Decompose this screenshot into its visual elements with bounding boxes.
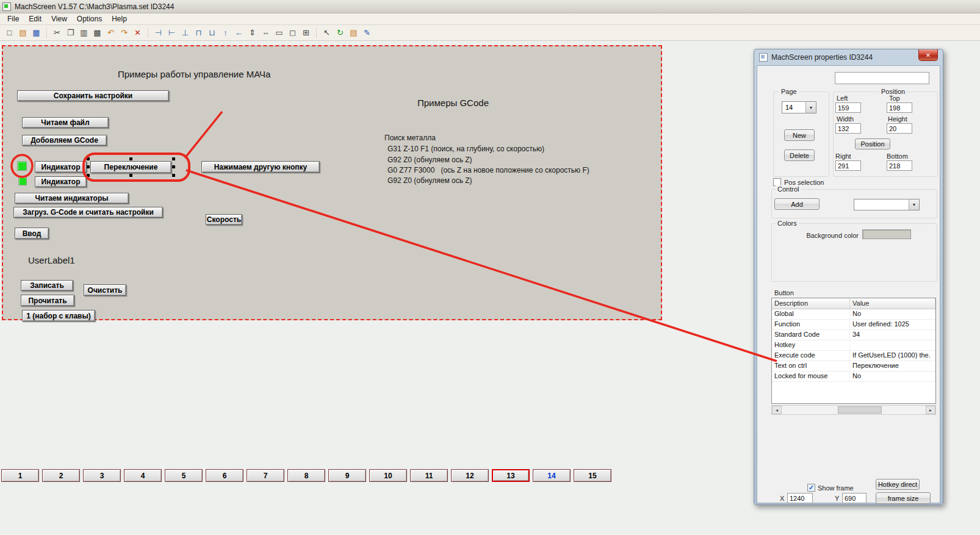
cursor-icon[interactable]: ↖	[320, 27, 333, 39]
width-field[interactable]	[835, 123, 861, 134]
background-color-swatch[interactable]	[862, 229, 911, 239]
hotkey-direct-button[interactable]: Hotkey direct	[876, 479, 920, 490]
page-select[interactable]: 14 ▼	[782, 101, 816, 113]
grid-row-locked-for-mouse[interactable]: Locked for mouse No	[772, 372, 935, 382]
delete-icon[interactable]: ✕	[131, 27, 144, 39]
dashed-frame-icon[interactable]: ◻	[286, 27, 299, 39]
page-button-2[interactable]: 2	[42, 469, 80, 482]
scrollbar-thumb[interactable]	[838, 406, 882, 414]
resize-handle-n[interactable]	[129, 157, 132, 160]
clear-button[interactable]: Очистить	[84, 284, 126, 296]
page-button-8[interactable]: 8	[287, 469, 325, 482]
resize-handle-s[interactable]	[129, 174, 132, 177]
same-height-icon[interactable]: ⇕	[246, 27, 259, 39]
align-bottom-icon[interactable]: ⊔	[206, 27, 218, 39]
chevron-down-icon[interactable]: ▼	[805, 102, 816, 113]
cut-icon[interactable]: ✂	[51, 27, 63, 39]
move-left-icon[interactable]: ←	[232, 27, 245, 39]
edit-icon[interactable]: ✎	[361, 27, 373, 39]
page-button-6[interactable]: 6	[206, 469, 243, 482]
right-field[interactable]	[835, 160, 861, 171]
save-icon[interactable]: ▦	[30, 27, 43, 39]
design-canvas[interactable]: Примеры работы управление МАЧа Сохранить…	[2, 45, 662, 320]
switch-button[interactable]: Переключение	[90, 161, 171, 173]
page-button-5[interactable]: 5	[165, 469, 203, 482]
left-field[interactable]	[835, 102, 861, 113]
scroll-right-icon[interactable]: ►	[926, 406, 935, 414]
scroll-left-icon[interactable]: ◄	[772, 406, 782, 414]
menu-options[interactable]: Options	[72, 14, 107, 24]
dialog-titlebar[interactable]: MachScreen properties ID3244 ✕	[757, 49, 940, 65]
new-button[interactable]: New	[784, 129, 815, 141]
column-header-description[interactable]: Description	[772, 298, 850, 309]
page-button-13[interactable]: 13	[492, 469, 530, 482]
page-button-9[interactable]: 9	[328, 469, 366, 482]
grid-row-execute-code[interactable]: Execute code If GetUserLED (1000) the.	[772, 351, 935, 361]
read-file-button[interactable]: Читаем файл	[22, 117, 109, 128]
page-button-11[interactable]: 11	[410, 469, 448, 482]
top-field[interactable]	[887, 102, 912, 113]
keys-button[interactable]: 1 (набор с клавы)	[22, 310, 95, 321]
indicator-button-1[interactable]: Индикатор	[35, 161, 87, 173]
print-icon[interactable]: ▤	[347, 27, 360, 39]
align-left-icon[interactable]: ⊣	[152, 27, 165, 39]
page-button-15[interactable]: 15	[574, 469, 611, 482]
copy-icon[interactable]: ❐	[64, 27, 77, 39]
paste-special-icon[interactable]: ▩	[91, 27, 104, 39]
page-button-12[interactable]: 12	[451, 469, 489, 482]
control-name-field[interactable]	[835, 72, 929, 84]
chevron-down-icon[interactable]: ▼	[909, 199, 919, 210]
press-other-button[interactable]: Нажимаем другую кнопку	[201, 161, 320, 173]
show-frame-checkbox[interactable]: ✓	[807, 484, 815, 492]
delete-button[interactable]: Delete	[784, 149, 815, 161]
page-button-4[interactable]: 4	[124, 469, 162, 482]
read-indicators-button[interactable]: Читаем индикаторы	[15, 193, 129, 204]
page-button-1[interactable]: 1	[1, 469, 39, 482]
grid-row-standard-code[interactable]: Standard Code 34	[772, 330, 935, 340]
horizontal-scrollbar[interactable]: ◄ ►	[771, 405, 936, 415]
redo-icon[interactable]: ↷	[118, 27, 131, 39]
resize-handle-e[interactable]	[172, 165, 175, 168]
same-width-icon[interactable]: ⇔	[259, 27, 272, 39]
input-button[interactable]: Ввод	[15, 228, 49, 239]
control-select[interactable]: ▼	[854, 199, 920, 210]
grid-icon[interactable]: ⊞	[300, 27, 312, 39]
align-top-icon[interactable]: ⊓	[192, 27, 205, 39]
frame-size-button[interactable]: frame size	[876, 492, 931, 504]
align-center-icon[interactable]: ⊥	[179, 27, 192, 39]
refresh-icon[interactable]: ↻	[334, 27, 347, 39]
add-gcode-button[interactable]: Добовляем GCode	[22, 135, 107, 146]
save-settings-button[interactable]: Сохранить настройки	[17, 90, 169, 101]
move-up-icon[interactable]: ↑	[219, 27, 232, 39]
resize-handle-w[interactable]	[87, 165, 90, 168]
bottom-field[interactable]	[887, 160, 912, 171]
page-button-3[interactable]: 3	[83, 469, 121, 482]
grid-row-function[interactable]: Function User defined: 1025	[772, 320, 935, 330]
frame-icon[interactable]: ▭	[273, 27, 286, 39]
page-button-7[interactable]: 7	[247, 469, 284, 482]
align-right-icon[interactable]: ⊢	[165, 27, 178, 39]
resize-handle-se[interactable]	[172, 174, 175, 177]
menu-help[interactable]: Help	[107, 14, 132, 24]
indicator-button-2[interactable]: Индикатор	[35, 176, 87, 187]
speed-button[interactable]: Скорость	[206, 214, 242, 225]
menu-edit[interactable]: Edit	[24, 14, 46, 24]
height-field[interactable]	[887, 123, 912, 134]
column-header-value[interactable]: Value	[850, 298, 935, 309]
grid-row-global[interactable]: Global No	[772, 309, 935, 320]
resize-handle-ne[interactable]	[172, 157, 175, 160]
position-button[interactable]: Position	[855, 138, 890, 149]
paste-icon[interactable]: ▥	[77, 27, 90, 39]
x-field[interactable]	[787, 493, 813, 503]
add-button[interactable]: Add	[774, 198, 820, 210]
grid-row-hotkey[interactable]: Hotkey	[772, 340, 935, 351]
y-field[interactable]	[842, 493, 867, 503]
read-button[interactable]: Прочитать	[21, 295, 74, 306]
menu-file[interactable]: File	[2, 14, 24, 24]
menu-view[interactable]: View	[46, 14, 72, 24]
undo-icon[interactable]: ↶	[104, 27, 117, 39]
page-button-14[interactable]: 14	[533, 469, 571, 482]
new-icon[interactable]: □	[3, 27, 16, 39]
resize-handle-sw[interactable]	[87, 174, 90, 177]
page-button-10[interactable]: 10	[369, 469, 407, 482]
